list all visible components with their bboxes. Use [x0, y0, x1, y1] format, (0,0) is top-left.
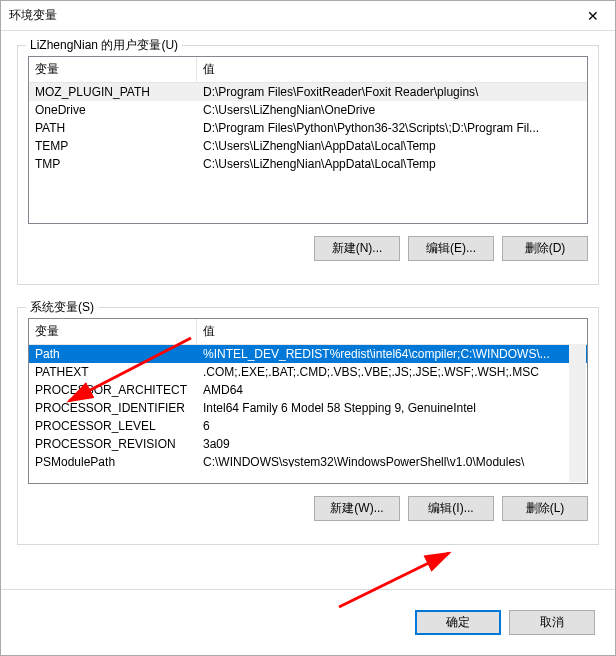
- var-name: OneDrive: [29, 101, 197, 119]
- table-row[interactable]: PROCESSOR_ARCHITECT AMD64: [29, 381, 587, 399]
- close-button[interactable]: ✕: [571, 1, 615, 30]
- var-name: TMP: [29, 155, 197, 173]
- dialog-footer: 确定 取消: [1, 589, 615, 655]
- system-edit-button[interactable]: 编辑(I)...: [408, 496, 494, 521]
- system-list-body: Path %INTEL_DEV_REDIST%redist\intel64\co…: [29, 345, 587, 467]
- table-row[interactable]: PATHEXT .COM;.EXE;.BAT;.CMD;.VBS;.VBE;.J…: [29, 363, 587, 381]
- system-delete-button[interactable]: 删除(L): [502, 496, 588, 521]
- table-row[interactable]: PROCESSOR_LEVEL 6: [29, 417, 587, 435]
- var-name: PATHEXT: [29, 363, 197, 381]
- system-new-button[interactable]: 新建(W)...: [314, 496, 400, 521]
- var-name: PROCESSOR_REVISION: [29, 435, 197, 453]
- var-name: PROCESSOR_LEVEL: [29, 417, 197, 435]
- table-row[interactable]: PROCESSOR_IDENTIFIER Intel64 Family 6 Mo…: [29, 399, 587, 417]
- var-value: 3a09: [197, 435, 587, 453]
- system-variables-group: 系统变量(S) 变量 值 Path %INTEL_DEV_REDIST%redi…: [17, 307, 599, 545]
- var-name: PROCESSOR_ARCHITECT: [29, 381, 197, 399]
- system-list-header: 变量 值: [29, 319, 587, 345]
- table-row[interactable]: PATH D:\Program Files\Python\Python36-32…: [29, 119, 587, 137]
- var-value: %INTEL_DEV_REDIST%redist\intel64\compile…: [197, 345, 587, 363]
- var-value: C:\Users\LiZhengNian\OneDrive: [197, 101, 587, 119]
- var-name: TEMP: [29, 137, 197, 155]
- dialog-content: LiZhengNian 的用户变量(U) 变量 值 MOZ_PLUGIN_PAT…: [1, 31, 615, 589]
- table-row[interactable]: OneDrive C:\Users\LiZhengNian\OneDrive: [29, 101, 587, 119]
- var-value: C:\Users\LiZhengNian\AppData\Local\Temp: [197, 155, 587, 173]
- table-row[interactable]: TMP C:\Users\LiZhengNian\AppData\Local\T…: [29, 155, 587, 173]
- user-header-name[interactable]: 变量: [29, 57, 197, 82]
- user-list-body: MOZ_PLUGIN_PATH D:\Program Files\FoxitRe…: [29, 83, 587, 223]
- title-bar: 环境变量 ✕: [1, 1, 615, 31]
- var-value: 6: [197, 417, 587, 435]
- var-value: D:\Program Files\FoxitReader\Foxit Reade…: [197, 83, 587, 101]
- cancel-button[interactable]: 取消: [509, 610, 595, 635]
- system-group-label: 系统变量(S): [26, 299, 98, 316]
- var-name: MOZ_PLUGIN_PATH: [29, 83, 197, 101]
- var-name: Path: [29, 345, 197, 363]
- system-header-name[interactable]: 变量: [29, 319, 197, 344]
- var-name: PSModulePath: [29, 453, 197, 467]
- table-row[interactable]: PSModulePath C:\WINDOWS\system32\Windows…: [29, 453, 587, 467]
- close-icon: ✕: [587, 8, 599, 24]
- user-list-header: 变量 值: [29, 57, 587, 83]
- var-value: AMD64: [197, 381, 587, 399]
- var-value: C:\WINDOWS\system32\WindowsPowerShell\v1…: [197, 453, 587, 467]
- user-variables-group: LiZhengNian 的用户变量(U) 变量 值 MOZ_PLUGIN_PAT…: [17, 45, 599, 285]
- system-variables-list[interactable]: 变量 值 Path %INTEL_DEV_REDIST%redist\intel…: [28, 318, 588, 484]
- user-header-value[interactable]: 值: [197, 57, 587, 82]
- var-value: Intel64 Family 6 Model 58 Stepping 9, Ge…: [197, 399, 587, 417]
- user-variables-list[interactable]: 变量 值 MOZ_PLUGIN_PATH D:\Program Files\Fo…: [28, 56, 588, 224]
- var-value: .COM;.EXE;.BAT;.CMD;.VBS;.VBE;.JS;.JSE;.…: [197, 363, 587, 381]
- user-edit-button[interactable]: 编辑(E)...: [408, 236, 494, 261]
- table-row[interactable]: MOZ_PLUGIN_PATH D:\Program Files\FoxitRe…: [29, 83, 587, 101]
- system-header-value[interactable]: 值: [197, 319, 587, 344]
- var-value: C:\Users\LiZhengNian\AppData\Local\Temp: [197, 137, 587, 155]
- var-name: PROCESSOR_IDENTIFIER: [29, 399, 197, 417]
- ok-button[interactable]: 确定: [415, 610, 501, 635]
- window-title: 环境变量: [9, 7, 57, 24]
- user-buttons-row: 新建(N)... 编辑(E)... 删除(D): [28, 236, 588, 261]
- table-row[interactable]: TEMP C:\Users\LiZhengNian\AppData\Local\…: [29, 137, 587, 155]
- user-delete-button[interactable]: 删除(D): [502, 236, 588, 261]
- table-row[interactable]: PROCESSOR_REVISION 3a09: [29, 435, 587, 453]
- user-group-label: LiZhengNian 的用户变量(U): [26, 37, 182, 54]
- system-buttons-row: 新建(W)... 编辑(I)... 删除(L): [28, 496, 588, 521]
- scrollbar[interactable]: [569, 344, 586, 482]
- var-name: PATH: [29, 119, 197, 137]
- var-value: D:\Program Files\Python\Python36-32\Scri…: [197, 119, 587, 137]
- table-row[interactable]: Path %INTEL_DEV_REDIST%redist\intel64\co…: [29, 345, 587, 363]
- user-new-button[interactable]: 新建(N)...: [314, 236, 400, 261]
